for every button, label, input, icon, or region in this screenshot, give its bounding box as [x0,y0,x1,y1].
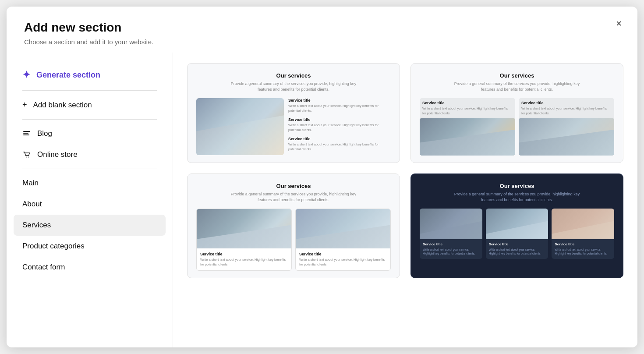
sidebar-item-services[interactable]: Services [14,215,166,236]
svg-point-3 [26,157,27,158]
card-title-4: Our services [420,183,614,189]
card-desc-4: Provide a general summary of the service… [420,191,614,202]
main-label: Main [22,179,39,188]
sidebar-item-blog[interactable]: Blog [7,123,173,144]
tpl-4-img-3 [552,209,614,239]
card-title-2: Our services [420,72,614,79]
tpl-layout-2: Service title Write a short text about y… [420,98,614,156]
service-item-1-2: Service title Write a short text about y… [288,117,391,132]
tpl-4-img-1 [420,209,482,239]
card-inner-2: Our services Provide a general summary o… [411,64,623,163]
sidebar-item-contact-form[interactable]: Contact form [7,257,173,278]
cart-icon [22,150,31,159]
tpl-4-sdesc-2: Write a short text about your service. H… [489,248,545,255]
tpl-4-stitle-1: Service title [423,242,479,246]
svg-rect-1 [23,133,28,134]
tpl-4-card-2: Service title Write a short text about y… [486,209,548,258]
tpl-2-img-left [420,118,515,156]
tpl-2-desc-left: Write a short text about your service. H… [422,106,513,116]
close-button[interactable]: × [614,17,623,30]
tpl-2-cell-right: Service title Write a short text about y… [519,98,614,156]
sidebar-item-main[interactable]: Main [7,173,173,194]
card-inner-4: Our services Provide a general summary o… [411,174,623,266]
tpl-layout-4: Service title Write a short text about y… [420,209,614,258]
sidebar-item-about[interactable]: About [7,194,173,215]
tpl-3-img-right [296,209,390,248]
tpl-3-desc-left: Write a short text about your service. H… [200,258,288,267]
modal-body: ✦ Generate section + Add blank section [7,53,637,347]
svg-rect-2 [23,135,29,135]
tpl-3-title-right: Service title [299,252,387,256]
template-grid: Our services Provide a general summary o… [173,53,637,347]
modal-title: Add new section [24,21,620,35]
tpl-4-stitle-2: Service title [489,242,545,246]
add-blank-label: Add blank section [33,101,92,110]
generate-section-label: Generate section [36,71,100,80]
sidebar: ✦ Generate section + Add blank section [7,53,173,347]
tpl-2-cell-left: Service title Write a short text about y… [420,98,515,156]
template-card-3[interactable]: Our services Provide a general summary o… [187,173,400,278]
card-title-1: Our services [196,72,391,79]
tpl-4-stitle-3: Service title [555,242,611,246]
tpl-img-box-1 [196,98,284,155]
template-card-1[interactable]: Our services Provide a general summary o… [187,63,400,163]
tpl-2-top-left: Service title Write a short text about y… [420,98,515,118]
tpl-3-card-left: Service title Write a short text about y… [196,209,292,271]
divider-3 [22,169,157,169]
tpl-3-text-right: Service title Write a short text about y… [296,248,390,270]
sidebar-item-add-blank[interactable]: + Add blank section [7,94,173,116]
service-desc-1-2: Write a short text about your service. H… [288,123,391,132]
plus-icon: + [22,100,27,110]
tpl-text-col-1: Service title Write a short text about y… [288,98,391,155]
service-desc-1-3: Write a short text about your service. H… [288,142,391,152]
blog-label: Blog [37,129,52,138]
tpl-4-text-1: Service title Write a short text about y… [420,239,482,258]
tpl-3-desc-right: Write a short text about your service. H… [299,258,387,267]
service-title-1-3: Service title [288,137,391,141]
sidebar-item-generate[interactable]: ✦ Generate section [7,63,173,87]
tpl-2-title-left: Service title [422,101,513,105]
svg-point-4 [28,157,29,158]
service-title-1-1: Service title [288,98,391,103]
service-item-1-1: Service title Write a short text about y… [288,98,391,113]
service-item-1-3: Service title Write a short text about y… [288,137,391,152]
tpl-2-desc-right: Write a short text about your service. H… [521,106,612,116]
template-card-4[interactable]: Our services Provide a general summary o… [410,173,623,278]
about-label: About [22,200,42,209]
service-desc-1-1: Write a short text about your service. H… [288,104,391,113]
sidebar-item-product-categories[interactable]: Product categories [7,236,173,257]
tpl-3-title-left: Service title [200,252,288,256]
tpl-layout-1: Service title Write a short text about y… [196,98,391,155]
sparkle-icon: ✦ [22,69,30,81]
tpl-4-sdesc-1: Write a short text about your service. H… [423,248,479,255]
sidebar-item-online-store[interactable]: Online store [7,144,173,165]
tpl-4-card-3: Service title Write a short text about y… [552,209,614,258]
tpl-3-img-left [197,209,291,248]
divider-1 [22,90,157,91]
card-inner-3: Our services Provide a general summary o… [188,174,400,278]
tpl-4-text-3: Service title Write a short text about y… [552,239,614,258]
modal-subtitle: Choose a section and add it to your webs… [24,38,620,46]
svg-rect-0 [23,131,30,132]
tpl-4-card-1: Service title Write a short text about y… [420,209,482,258]
services-label: Services [22,221,51,230]
product-categories-label: Product categories [22,242,85,251]
modal-header: Add new section Choose a section and add… [7,7,637,53]
card-title-3: Our services [196,183,391,189]
service-title-1-2: Service title [288,117,391,122]
tpl-2-img-right [519,118,614,156]
card-inner-1: Our services Provide a general summary o… [188,64,400,162]
tpl-image-1 [196,98,284,155]
contact-form-label: Contact form [22,263,65,272]
card-desc-3: Provide a general summary of the service… [196,191,391,202]
tpl-4-text-2: Service title Write a short text about y… [486,239,548,258]
tpl-3-text-left: Service title Write a short text about y… [197,248,291,270]
tpl-2-top-right: Service title Write a short text about y… [519,98,614,118]
blog-icon [22,129,31,138]
add-section-modal: Add new section Choose a section and add… [7,7,637,347]
template-card-2[interactable]: Our services Provide a general summary o… [410,63,623,163]
tpl-3-card-right: Service title Write a short text about y… [295,209,391,271]
divider-2 [22,119,157,120]
tpl-4-sdesc-3: Write a short text about your service. H… [555,248,611,255]
online-store-label: Online store [37,150,78,159]
